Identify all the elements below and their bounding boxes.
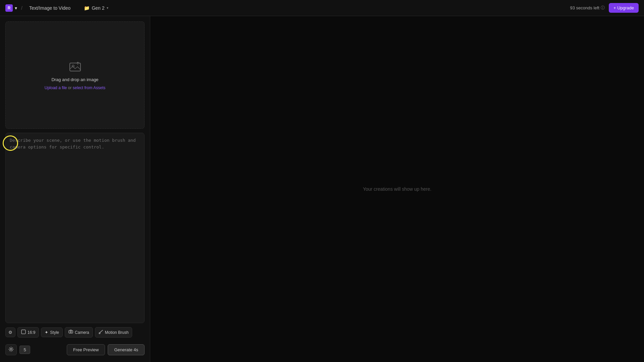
info-icon: ⓘ — [601, 5, 605, 11]
bottom-action-row: 5 Free Preview Generate 4s — [5, 342, 145, 357]
camera-button[interactable]: Camera — [65, 327, 93, 338]
main-layout: Drag and drop an image Upload a file or … — [0, 16, 644, 362]
style-button[interactable]: ✦ Style — [41, 327, 63, 337]
svg-rect-3 — [69, 330, 73, 333]
right-panel: Your creations will show up here. — [150, 16, 644, 362]
count-badge[interactable]: 5 — [19, 346, 30, 354]
style-icon: ✦ — [45, 330, 48, 335]
upgrade-label: + Upgrade — [613, 5, 634, 10]
folder-icon: 📁 — [84, 5, 90, 11]
aspect-ratio-button[interactable]: 16:9 — [17, 327, 39, 338]
prompt-textarea[interactable] — [10, 137, 140, 228]
image-upload-icon — [68, 60, 82, 74]
image-dropzone[interactable]: Drag and drop an image Upload a file or … — [5, 21, 145, 129]
prompt-area — [5, 133, 145, 323]
settings-toolbar-button[interactable]: ⚙ — [5, 327, 15, 337]
free-preview-label: Free Preview — [73, 347, 99, 352]
motion-brush-label: Motion Brush — [105, 330, 129, 335]
nav-gen2[interactable]: 📁 Gen 2 ▾ — [81, 4, 111, 12]
folder-label: Gen 2 — [92, 5, 104, 11]
free-preview-button[interactable]: Free Preview — [67, 344, 105, 355]
topbar: R ▾ / Text/Image to Video 📁 Gen 2 ▾ 93 s… — [0, 0, 644, 16]
nav-text-image-to-video[interactable]: Text/Image to Video — [26, 4, 73, 12]
empty-state-label: Your creations will show up here. — [363, 186, 431, 192]
camera-icon — [68, 329, 73, 335]
left-panel: Drag and drop an image Upload a file or … — [0, 16, 150, 362]
bottom-right: Free Preview Generate 4s — [67, 344, 145, 355]
folder-chevron-icon: ▾ — [107, 6, 108, 10]
upgrade-button[interactable]: + Upgrade — [609, 3, 639, 13]
dropzone-main-text: Drag and drop an image — [51, 77, 98, 82]
svg-point-4 — [70, 331, 71, 333]
upload-link[interactable]: Upload a file — [45, 85, 67, 90]
settings-icon: ⚙ — [8, 330, 12, 335]
motion-brush-button[interactable]: Motion Brush — [95, 327, 132, 338]
style-label: Style — [50, 330, 59, 335]
logo-icon: R — [5, 4, 13, 12]
camera-label: Camera — [75, 330, 89, 335]
aspect-ratio-icon — [21, 329, 26, 335]
toolbar-row: ⚙ 16:9 ✦ Style Camera — [5, 327, 145, 338]
svg-rect-0 — [70, 63, 80, 71]
motion-brush-icon — [99, 329, 103, 335]
svg-point-6 — [10, 349, 12, 350]
aspect-ratio-label: 16:9 — [28, 330, 35, 335]
logo-button[interactable]: R ▾ — [5, 4, 17, 12]
bottom-settings-button[interactable] — [5, 344, 17, 355]
topbar-right: 93 seconds left ⓘ + Upgrade — [570, 3, 639, 13]
timer-label: 93 seconds left — [570, 5, 599, 10]
bottom-settings-icon — [8, 347, 14, 353]
dropzone-sub-text: Upload a file or select from Assets — [45, 85, 105, 90]
svg-rect-2 — [21, 330, 25, 334]
bottom-left: 5 — [5, 344, 30, 355]
assets-link[interactable]: select from Assets — [73, 85, 105, 90]
breadcrumb-separator: / — [21, 5, 22, 11]
nav-title-label: Text/Image to Video — [29, 5, 70, 11]
generate-button[interactable]: Generate 4s — [108, 344, 145, 355]
timer-display: 93 seconds left ⓘ — [570, 5, 604, 11]
generate-label: Generate 4s — [114, 347, 138, 352]
topbar-left: R ▾ / Text/Image to Video 📁 Gen 2 ▾ — [5, 4, 111, 12]
logo-chevron-icon: ▾ — [15, 5, 17, 11]
